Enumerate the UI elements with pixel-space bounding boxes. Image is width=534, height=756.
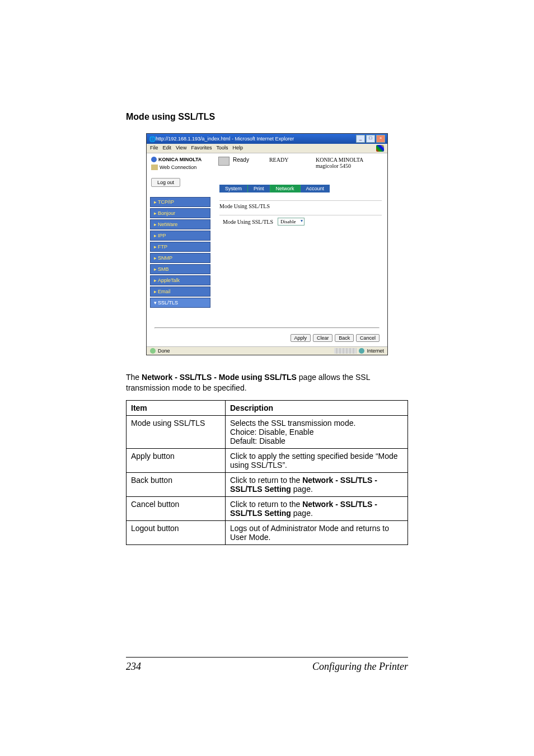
- page-number: 234: [126, 661, 141, 673]
- sidebar-item-tcpip[interactable]: ▸TCP/IP: [150, 197, 210, 207]
- table-header-row: Item Description: [127, 400, 408, 415]
- pagescope-icon: [151, 165, 158, 170]
- window-title: http://192.168.1.193/a_index.html - Micr…: [156, 136, 356, 142]
- menu-edit[interactable]: Edit: [163, 145, 172, 152]
- table-row: Cancel button Click to return to the Net…: [127, 496, 408, 520]
- sidebar-item-bonjour[interactable]: ▸Bonjour: [150, 208, 210, 218]
- printer-ready-label: Ready: [233, 157, 249, 163]
- menu-tools[interactable]: Tools: [216, 145, 228, 152]
- cell-desc: Logs out of Administrator Mode and retur…: [226, 520, 408, 544]
- form-label: Mode Using SSL/TLS: [223, 219, 273, 225]
- sidebar-item-snmp[interactable]: ▸SNMP: [150, 253, 210, 263]
- table-row: Mode using SSL/TLS Selects the SSL trans…: [127, 415, 408, 448]
- ie-icon: 🌐: [149, 136, 156, 142]
- description-table: Item Description Mode using SSL/TLS Sele…: [126, 400, 408, 545]
- window-titlebar: 🌐 http://192.168.1.193/a_index.html - Mi…: [147, 134, 387, 144]
- section-heading: Mode using SSL/TLS: [126, 112, 408, 122]
- cell-desc: Click to return to the Network - SSL/TLS…: [226, 496, 408, 520]
- button-row: Apply Clear Back Cancel: [147, 320, 387, 346]
- status-done: Done: [158, 348, 170, 354]
- close-icon[interactable]: ×: [376, 135, 385, 143]
- tab-system[interactable]: System: [219, 185, 248, 192]
- screenshot-image: 🌐 http://192.168.1.193/a_index.html - Mi…: [146, 133, 388, 355]
- device-brand: KONICA MINOLTA: [316, 157, 383, 163]
- sidebar: ▸TCP/IP ▸Bonjour ▸NetWare ▸IPP ▸FTP ▸SNM…: [147, 195, 214, 320]
- cell-desc: Selects the SSL transmission mode. Choic…: [226, 415, 408, 448]
- footer-title: Configuring the Printer: [312, 661, 408, 673]
- cell-item: Apply button: [127, 448, 226, 472]
- clear-button[interactable]: Clear: [313, 334, 333, 342]
- intro-paragraph: The Network - SSL/TLS - Mode using SSL/T…: [126, 372, 408, 393]
- browser-menubar: File Edit View Favorites Tools Help: [147, 144, 387, 153]
- page-header: KONICA MINOLTA Web Connection Ready READ…: [147, 153, 387, 172]
- logout-button[interactable]: Log out: [151, 178, 180, 187]
- status-zone: Internet: [367, 348, 384, 354]
- panel-title: Mode Using SSL/TLS: [219, 203, 382, 209]
- windows-flag-icon: [376, 145, 384, 152]
- brand-dot-icon: [151, 157, 157, 162]
- sidebar-item-netware[interactable]: ▸NetWare: [150, 219, 210, 229]
- table-row: Logout button Logs out of Administrator …: [127, 520, 408, 544]
- cell-item: Cancel button: [127, 496, 226, 520]
- tab-account[interactable]: Account: [301, 185, 330, 192]
- th-item: Item: [127, 400, 226, 415]
- maximize-icon[interactable]: □: [366, 135, 375, 143]
- cell-item: Back button: [127, 472, 226, 496]
- cell-item: Mode using SSL/TLS: [127, 415, 226, 448]
- mode-select[interactable]: Disable: [278, 218, 305, 226]
- menu-help[interactable]: Help: [232, 145, 243, 152]
- page-footer: 234 Configuring the Printer: [126, 657, 408, 673]
- cell-desc: Click to return to the Network - SSL/TLS…: [226, 472, 408, 496]
- tab-network[interactable]: Network: [270, 185, 301, 192]
- minimize-icon[interactable]: _: [356, 135, 365, 143]
- web-connection-label: Web Connection: [160, 165, 196, 170]
- menu-favorites[interactable]: Favorites: [191, 145, 212, 152]
- th-description: Description: [226, 400, 408, 415]
- sidebar-item-ssltls[interactable]: ▾SSL/TLS: [150, 298, 210, 308]
- done-icon: [150, 348, 156, 354]
- brand-logo: KONICA MINOLTA: [151, 157, 218, 162]
- cell-item: Logout button: [127, 520, 226, 544]
- browser-statusbar: Done Internet: [147, 346, 387, 355]
- back-button[interactable]: Back: [335, 334, 354, 342]
- brand-text: KONICA MINOLTA: [158, 157, 202, 162]
- cell-desc: Click to apply the setting specified bes…: [226, 448, 408, 472]
- apply-button[interactable]: Apply: [291, 334, 311, 342]
- sidebar-item-ftp[interactable]: ▸FTP: [150, 242, 210, 252]
- internet-zone-icon: [359, 348, 364, 354]
- sidebar-item-appletalk[interactable]: ▸AppleTalk: [150, 275, 210, 285]
- table-row: Back button Click to return to the Netwo…: [127, 472, 408, 496]
- sidebar-item-ipp[interactable]: ▸IPP: [150, 231, 210, 241]
- cancel-button[interactable]: Cancel: [356, 334, 380, 342]
- tab-print[interactable]: Print: [248, 185, 270, 192]
- tab-bar: System Print Network Account: [147, 185, 387, 192]
- table-row: Apply button Click to apply the setting …: [127, 448, 408, 472]
- menu-file[interactable]: File: [150, 145, 158, 152]
- menu-view[interactable]: View: [176, 145, 186, 152]
- status-grip: [334, 348, 357, 354]
- device-model: magicolor 5450: [316, 163, 383, 169]
- sidebar-item-smb[interactable]: ▸SMB: [150, 264, 210, 274]
- printer-status-value: READY: [269, 157, 288, 163]
- printer-icon: [218, 157, 229, 166]
- main-panel: Mode Using SSL/TLS Mode Using SSL/TLS Di…: [214, 195, 387, 320]
- sidebar-item-email[interactable]: ▸Email: [150, 287, 210, 297]
